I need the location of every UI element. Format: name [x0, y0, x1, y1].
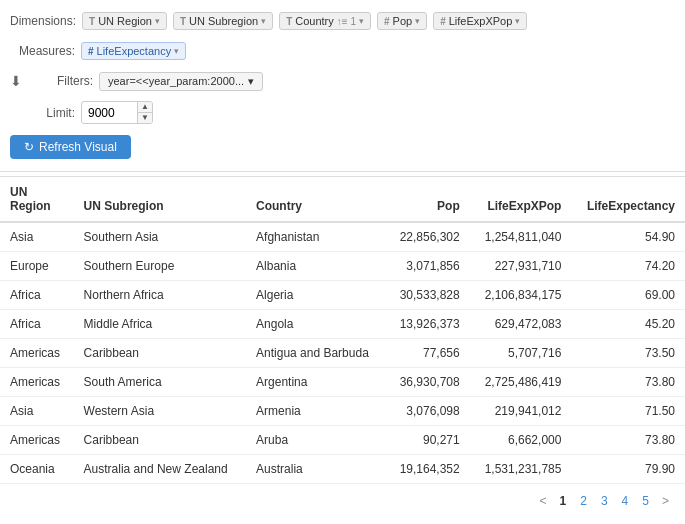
dimension-country[interactable]: T Country ↑≡ 1 ▾: [279, 12, 371, 30]
cell-un-region: Asia: [0, 222, 74, 252]
cell-un-subregion: Western Asia: [74, 397, 246, 426]
cell-un-region: Africa: [0, 281, 74, 310]
cell-un-subregion: Northern Africa: [74, 281, 246, 310]
cell-un-subregion: Caribbean: [74, 339, 246, 368]
table-header-row: UN Region UN Subregion Country Pop LifeE…: [0, 177, 685, 223]
cell-country: Angola: [246, 310, 386, 339]
dimension-pop-label: Pop: [393, 15, 413, 27]
cell-lifeexpxpop: 227,931,710: [470, 252, 572, 281]
cell-lifeexpxpop: 6,662,000: [470, 426, 572, 455]
cell-country: Albania: [246, 252, 386, 281]
pagination: < 1 2 3 4 5 >: [0, 484, 685, 518]
sort-icon-country: ↑≡ 1: [337, 16, 356, 27]
table-row: Asia Southern Asia Afghanistan 22,856,30…: [0, 222, 685, 252]
refresh-visual-button[interactable]: ↻ Refresh Visual: [10, 135, 131, 159]
dimension-un-subregion[interactable]: T UN Subregion ▾: [173, 12, 273, 30]
cell-lifeexpxpop: 1,254,811,040: [470, 222, 572, 252]
cell-country: Algeria: [246, 281, 386, 310]
type-icon-pop: #: [384, 16, 390, 27]
table-row: Americas Caribbean Antigua and Barbuda 7…: [0, 339, 685, 368]
type-icon-lifeexpectancy: #: [88, 46, 94, 57]
cell-lifeexpectancy: 71.50: [571, 397, 685, 426]
cell-un-subregion: Australia and New Zealand: [74, 455, 246, 484]
prev-page-button[interactable]: <: [536, 492, 551, 510]
refresh-icon: ↻: [24, 140, 34, 154]
cell-lifeexpxpop: 5,707,716: [470, 339, 572, 368]
measures-row: Measures: # LifeExpectancy ▾: [0, 36, 685, 66]
chevron-icon-pop: ▾: [415, 16, 420, 26]
cell-un-region: Americas: [0, 339, 74, 368]
dimension-un-subregion-label: UN Subregion: [189, 15, 258, 27]
page-1-button[interactable]: 1: [555, 492, 572, 510]
cell-un-subregion: South America: [74, 368, 246, 397]
cell-pop: 3,076,098: [386, 397, 470, 426]
cell-lifeexpectancy: 73.50: [571, 339, 685, 368]
cell-un-subregion: Southern Europe: [74, 252, 246, 281]
cell-un-region: Oceania: [0, 455, 74, 484]
dimension-un-region[interactable]: T UN Region ▾: [82, 12, 167, 30]
cell-lifeexpectancy: 73.80: [571, 426, 685, 455]
cell-lifeexpxpop: 629,472,083: [470, 310, 572, 339]
cell-pop: 90,271: [386, 426, 470, 455]
cell-pop: 19,164,352: [386, 455, 470, 484]
table-row: Europe Southern Europe Albania 3,071,856…: [0, 252, 685, 281]
dimensions-row: Dimensions: T UN Region ▾ T UN Subregion…: [0, 6, 685, 36]
limit-up-button[interactable]: ▲: [138, 102, 152, 113]
cell-pop: 77,656: [386, 339, 470, 368]
filter-year[interactable]: year=<<year_param:2000... ▾: [99, 72, 263, 91]
cell-lifeexpxpop: 219,941,012: [470, 397, 572, 426]
type-icon-un-subregion: T: [180, 16, 186, 27]
table-row: Asia Western Asia Armenia 3,076,098 219,…: [0, 397, 685, 426]
dimension-lifeexpxpop[interactable]: # LifeExpXPop ▾: [433, 12, 527, 30]
cell-lifeexpxpop: 1,531,231,785: [470, 455, 572, 484]
cell-country: Antigua and Barbuda: [246, 339, 386, 368]
dimension-un-region-label: UN Region: [98, 15, 152, 27]
cell-un-subregion: Middle Africa: [74, 310, 246, 339]
next-page-button[interactable]: >: [658, 492, 673, 510]
table-row: Americas South America Argentina 36,930,…: [0, 368, 685, 397]
cell-country: Armenia: [246, 397, 386, 426]
dimension-lifeexpxpop-label: LifeExpXPop: [449, 15, 513, 27]
cell-pop: 30,533,828: [386, 281, 470, 310]
chevron-icon-lifeexpectancy: ▾: [174, 46, 179, 56]
type-icon-country: T: [286, 16, 292, 27]
cell-un-region: Europe: [0, 252, 74, 281]
dimensions-label: Dimensions:: [10, 14, 76, 28]
download-icon: ⬇: [10, 73, 22, 89]
chevron-icon-lifeexpxpop: ▾: [515, 16, 520, 26]
limit-down-button[interactable]: ▼: [138, 113, 152, 123]
type-icon-lifeexpxpop: #: [440, 16, 446, 27]
cell-country: Australia: [246, 455, 386, 484]
table-row: Oceania Australia and New Zealand Austra…: [0, 455, 685, 484]
cell-un-region: Asia: [0, 397, 74, 426]
measure-lifeexpectancy[interactable]: # LifeExpectancy ▾: [81, 42, 186, 60]
table-row: Africa Northern Africa Algeria 30,533,82…: [0, 281, 685, 310]
limit-input[interactable]: [82, 104, 137, 122]
chevron-icon-filter: ▾: [248, 75, 254, 88]
page-3-button[interactable]: 3: [596, 492, 613, 510]
data-table: UN Region UN Subregion Country Pop LifeE…: [0, 176, 685, 484]
cell-un-region: Americas: [0, 426, 74, 455]
cell-un-subregion: Southern Asia: [74, 222, 246, 252]
dimension-country-label: Country: [295, 15, 334, 27]
page-5-button[interactable]: 5: [637, 492, 654, 510]
cell-country: Aruba: [246, 426, 386, 455]
dimension-pop[interactable]: # Pop ▾: [377, 12, 427, 30]
cell-lifeexpxpop: 2,725,486,419: [470, 368, 572, 397]
chevron-icon-un-subregion: ▾: [261, 16, 266, 26]
cell-lifeexpectancy: 69.00: [571, 281, 685, 310]
cell-lifeexpectancy: 79.90: [571, 455, 685, 484]
page-2-button[interactable]: 2: [575, 492, 592, 510]
chevron-icon-un-region: ▾: [155, 16, 160, 26]
measure-lifeexpectancy-label: LifeExpectancy: [97, 45, 172, 57]
measures-label: Measures:: [10, 44, 75, 58]
th-pop: Pop: [386, 177, 470, 223]
cell-pop: 22,856,302: [386, 222, 470, 252]
page-4-button[interactable]: 4: [617, 492, 634, 510]
limit-input-wrap: ▲ ▼: [81, 101, 153, 124]
limit-label: Limit:: [10, 106, 75, 120]
cell-pop: 36,930,708: [386, 368, 470, 397]
cell-lifeexpectancy: 45.20: [571, 310, 685, 339]
refresh-visual-label: Refresh Visual: [39, 140, 117, 154]
cell-lifeexpectancy: 73.80: [571, 368, 685, 397]
